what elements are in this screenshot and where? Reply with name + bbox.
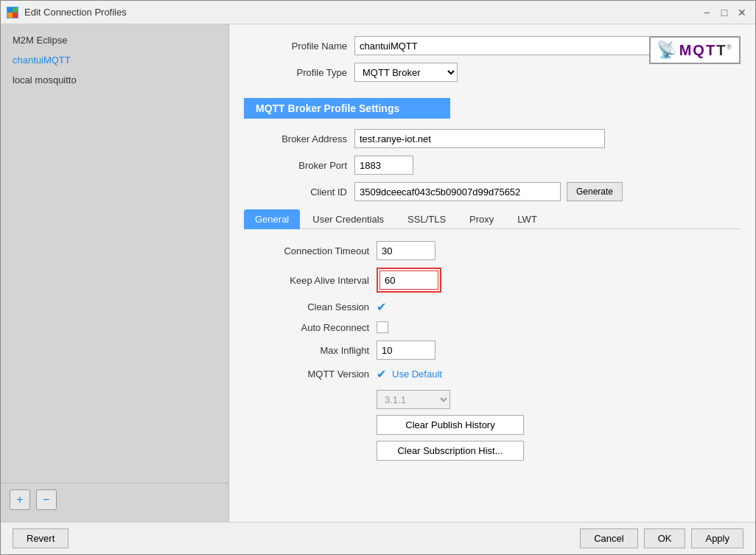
svg-rect-1 [13, 7, 18, 13]
remove-profile-button[interactable]: − [36, 489, 57, 510]
right-panel: Profile Name Profile Type MQTT Broker 📡 [229, 24, 755, 522]
cancel-button[interactable]: Cancel [580, 528, 637, 548]
sidebar-item-m2m[interactable]: M2M Eclipse [1, 30, 228, 50]
svg-rect-3 [13, 13, 18, 18]
broker-address-input[interactable] [354, 129, 605, 148]
clear-publish-button[interactable]: Clear Publish History [377, 415, 524, 435]
broker-port-input[interactable] [354, 156, 413, 175]
client-id-label: Client ID [244, 186, 354, 198]
connection-timeout-input[interactable] [377, 241, 435, 260]
tab-user-credentials[interactable]: User Credentials [301, 209, 395, 229]
profile-name-label: Profile Name [244, 41, 354, 52]
keep-alive-input[interactable] [379, 270, 438, 290]
minimize-button[interactable]: − [699, 5, 714, 20]
clean-session-checkbox[interactable]: ✔ [377, 300, 386, 314]
svg-rect-2 [7, 13, 13, 18]
use-default-label: Use Default [392, 369, 442, 380]
auto-reconnect-label: Auto Reconnect [251, 322, 377, 333]
keep-alive-label: Keep Alive Interval [251, 275, 377, 286]
clean-session-label: Clean Session [251, 301, 377, 313]
profile-name-input[interactable] [354, 36, 671, 55]
generate-button[interactable]: Generate [567, 182, 623, 201]
broker-port-row: Broker Port [244, 156, 741, 175]
edit-connection-profiles-window: Edit Connection Profiles − □ ✕ M2M Eclip… [0, 0, 756, 555]
ok-button[interactable]: OK [644, 528, 686, 548]
app-icon [7, 7, 18, 18]
main-content: M2M Eclipse chantuiMQTT local mosquitto … [1, 24, 755, 522]
tab-proxy[interactable]: Proxy [458, 209, 505, 229]
mqtt-version-label: MQTT Version [251, 369, 377, 380]
mqtt-logo-text: MQTT® [679, 42, 733, 59]
window-title: Edit Connection Profiles [24, 7, 699, 18]
bottom-bar: Revert Cancel OK Apply [1, 522, 755, 554]
sidebar-item-chantui[interactable]: chantuiMQTT [1, 50, 228, 70]
top-form-area: Profile Name Profile Type MQTT Broker 📡 [244, 36, 741, 89]
clear-subscription-row: Clear Subscription Hist... [251, 441, 741, 461]
window-controls: − □ ✕ [699, 5, 749, 20]
max-inflight-row: Max Inflight [251, 341, 741, 360]
broker-section-header: MQTT Broker Profile Settings [244, 98, 450, 119]
auto-reconnect-row: Auto Reconnect [251, 321, 741, 333]
tab-lwt[interactable]: LWT [506, 209, 547, 229]
use-default-check-icon: ✔ [377, 367, 386, 381]
profile-type-row: Profile Type MQTT Broker [244, 63, 741, 82]
add-profile-button[interactable]: + [10, 489, 30, 510]
sidebar-footer: + − [1, 483, 228, 516]
title-bar: Edit Connection Profiles − □ ✕ [1, 1, 755, 24]
client-id-input[interactable] [354, 182, 561, 201]
max-inflight-label: Max Inflight [251, 345, 377, 356]
revert-button[interactable]: Revert [13, 528, 69, 548]
tab-general[interactable]: General [244, 209, 300, 229]
connection-timeout-label: Connection Timeout [251, 245, 377, 256]
maximize-button[interactable]: □ [717, 5, 732, 20]
mqtt-version-select[interactable]: 3.1.1 [377, 390, 450, 409]
apply-button[interactable]: Apply [691, 528, 743, 548]
clean-session-row: Clean Session ✔ [251, 300, 741, 314]
sidebar: M2M Eclipse chantuiMQTT local mosquitto … [1, 24, 229, 522]
mqtt-use-default-container: ✔ Use Default [377, 367, 442, 381]
connection-timeout-row: Connection Timeout [251, 241, 741, 260]
clear-subscription-button[interactable]: Clear Subscription Hist... [377, 441, 524, 461]
svg-rect-0 [7, 7, 13, 13]
auto-reconnect-check-icon [377, 321, 388, 333]
clear-publish-row: Clear Publish History [251, 415, 741, 435]
general-settings: Connection Timeout Keep Alive Interval C… [244, 241, 741, 467]
profile-type-container: MQTT Broker [354, 63, 458, 82]
mqtt-version-row: MQTT Version ✔ Use Default [251, 367, 741, 381]
mqtt-logo-wrapper: 📡 MQTT® [649, 36, 741, 64]
close-button[interactable]: ✕ [735, 5, 749, 20]
broker-address-row: Broker Address [244, 129, 741, 148]
clean-session-check-icon: ✔ [377, 300, 386, 314]
broker-address-label: Broker Address [244, 133, 354, 144]
max-inflight-input[interactable] [377, 341, 435, 360]
keep-alive-highlight [377, 268, 441, 293]
keep-alive-row: Keep Alive Interval [251, 268, 741, 293]
version-dropdown-row: 3.1.1 [251, 388, 741, 415]
sidebar-item-mosquitto[interactable]: local mosquitto [1, 70, 228, 90]
tabs-row: General User Credentials SSL/TLS Proxy L… [244, 209, 741, 229]
client-id-row: Client ID Generate [244, 182, 741, 201]
profile-type-label: Profile Type [244, 67, 354, 78]
tab-ssl-tls[interactable]: SSL/TLS [396, 209, 457, 229]
profile-type-select[interactable]: MQTT Broker [354, 63, 458, 82]
mqtt-antenna-icon: 📡 [657, 41, 676, 60]
mqtt-logo: 📡 MQTT® [649, 36, 741, 64]
auto-reconnect-checkbox[interactable] [377, 321, 388, 333]
broker-port-label: Broker Port [244, 160, 354, 171]
